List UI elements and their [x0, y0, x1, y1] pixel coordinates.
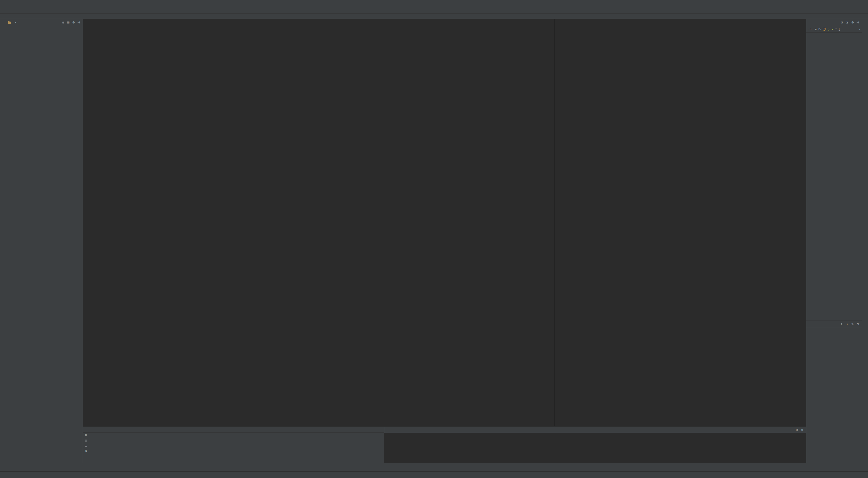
sort-alpha-icon[interactable]: ↓a	[813, 28, 817, 31]
editor-middle-pane[interactable]	[303, 19, 555, 463]
todo-panel: ⚲ ⊞ ⊟ ⇅	[83, 426, 384, 463]
settings-icon[interactable]: ⚙	[856, 322, 860, 326]
autoscroll-source-icon[interactable]: ⧉	[818, 28, 820, 31]
terminal-output[interactable]	[384, 433, 806, 463]
project-icon	[8, 21, 12, 24]
menu-bar	[0, 0, 868, 6]
toolwindow-bar	[0, 463, 868, 471]
terminal-panel: ⚙ ×	[384, 426, 806, 463]
hide-panel-icon[interactable]: ⊣	[76, 21, 81, 24]
edit-datasource-icon[interactable]: ✎	[850, 322, 855, 326]
show-fields-icon[interactable]: ⓕ	[823, 27, 826, 32]
editor-left-pane[interactable]	[83, 19, 303, 463]
add-datasource-icon[interactable]: +	[845, 322, 849, 326]
sort-by-visibility-icon[interactable]: ↓h	[808, 28, 811, 31]
editor-right-pane[interactable]	[555, 19, 806, 463]
settings-icon[interactable]: ⚙	[71, 21, 76, 24]
collapse-all-icon[interactable]: ⊻	[845, 21, 849, 24]
more-icon[interactable]: »	[858, 28, 860, 31]
hide-panel-icon[interactable]: ⊣	[856, 21, 860, 24]
autoscroll-icon[interactable]: ⇅	[85, 449, 87, 453]
expand-all-icon[interactable]: ⊞	[85, 439, 87, 442]
collapse-all-icon[interactable]: ⊟	[66, 21, 70, 24]
project-panel-header: ▼ ⊕ ⊟ ⚙ ⊣	[6, 19, 83, 26]
settings-icon[interactable]: ⚙	[795, 428, 799, 432]
collapse-icon[interactable]: ⤓	[839, 28, 840, 31]
show-constants-icon[interactable]: ◇	[828, 28, 830, 31]
collapse-all-icon[interactable]: ⊟	[85, 444, 87, 447]
structure-toolbar: ↓h ↓a ⧉ ⓕ ◇ ʏ ⤒ ⤓ »	[806, 26, 862, 33]
right-tool-strip	[862, 19, 868, 463]
editor-area	[83, 19, 806, 463]
refresh-icon[interactable]: ↻	[840, 322, 844, 326]
todo-side-toolbar: ⚲ ⊞ ⊟ ⇅	[83, 433, 89, 463]
database-panel: ↻ + ✎ ⚙	[806, 321, 862, 463]
show-inherited-icon[interactable]: ʏ	[832, 28, 834, 31]
navigation-breadcrumb	[0, 14, 868, 19]
project-panel: ▼ ⊕ ⊟ ⚙ ⊣	[6, 19, 83, 463]
left-tool-strip	[0, 19, 6, 463]
status-bar	[0, 471, 868, 478]
expand-all-icon[interactable]: ⊼	[840, 21, 844, 24]
expand-icon[interactable]: ⤒	[836, 28, 837, 31]
close-icon[interactable]: ×	[800, 428, 804, 432]
locate-icon[interactable]: ⊕	[61, 21, 65, 24]
phpstorm-window: ▼ ⊕ ⊟ ⚙ ⊣ ⊼ ⊻ ⚙ ⊣ ↓h ↓a ⧉	[0, 0, 868, 478]
filter-icon[interactable]: ⚲	[85, 434, 87, 437]
settings-icon[interactable]: ⚙	[850, 21, 855, 24]
main-toolbar	[0, 6, 868, 14]
structure-panel: ⊼ ⊻ ⚙ ⊣ ↓h ↓a ⧉ ⓕ ◇ ʏ ⤒ ⤓ »	[806, 19, 862, 33]
right-panel-column: ⊼ ⊻ ⚙ ⊣ ↓h ↓a ⧉ ⓕ ◇ ʏ ⤒ ⤓ »	[806, 19, 862, 463]
